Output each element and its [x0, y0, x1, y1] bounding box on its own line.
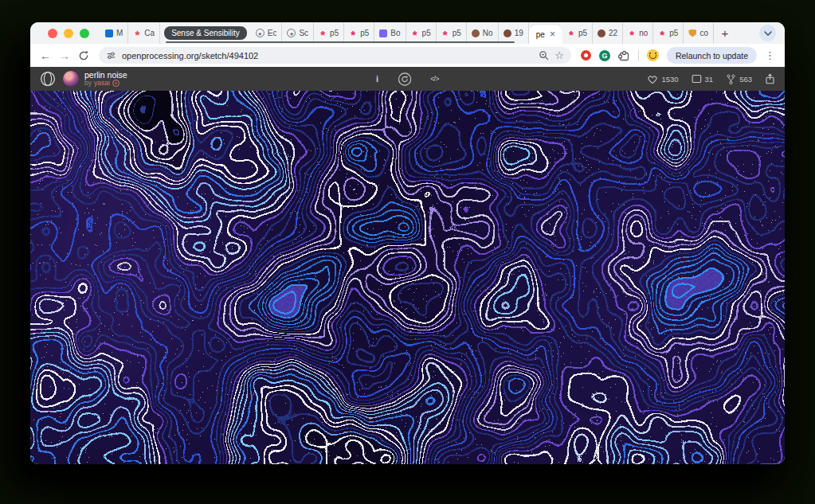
extensions-puzzle-icon[interactable]	[618, 49, 630, 61]
tab-label: p5	[360, 29, 369, 37]
info-icon[interactable]: i	[376, 74, 378, 84]
close-icon[interactable]: ×	[550, 30, 555, 38]
zoom-icon[interactable]	[539, 50, 549, 61]
extension-adblock-icon[interactable]	[581, 50, 591, 61]
tab-outlook[interactable]: M	[100, 22, 128, 44]
tab-label: 19	[515, 29, 523, 37]
tab-p5-5-favicon: *	[567, 29, 575, 37]
tab-label: Ca	[144, 29, 155, 37]
browser-menu-icon[interactable]: ⋮	[765, 49, 775, 61]
tab-noise-favicon	[472, 29, 480, 37]
tab-label: no	[639, 29, 648, 37]
tab-noise[interactable]: No	[467, 22, 499, 44]
browser-toolbar: ← → openprocessing.org/sketch/494102	[30, 44, 785, 67]
tab-canvas[interactable]: *Ca	[128, 22, 160, 44]
tab-label: M	[116, 29, 123, 37]
share-icon[interactable]	[765, 73, 775, 84]
tab-search-button[interactable]	[759, 25, 776, 41]
follow-plus-icon[interactable]: +	[112, 80, 120, 87]
author-avatar[interactable]	[63, 71, 79, 87]
tab-co-favicon	[688, 29, 696, 37]
tab-p5-1[interactable]: *p5	[314, 22, 344, 44]
tab-p5-5[interactable]: *p5	[562, 22, 593, 44]
browser-window: M*CaSense & Sensibility*Ec*Sc*p5*p5Bo*p5…	[30, 22, 785, 464]
tab-group-label[interactable]: Sense & Sensibility	[164, 26, 247, 40]
tab-book[interactable]: Bo	[374, 22, 406, 44]
tab-p5-3-favicon: *	[411, 29, 419, 37]
tab-outlook-favicon	[105, 29, 113, 37]
forks-stat[interactable]: 563	[726, 74, 752, 84]
sketch-controls: i </>	[376, 67, 439, 91]
new-tab-button[interactable]: +	[717, 25, 733, 41]
extension-grammarly-icon[interactable]: G	[599, 50, 610, 61]
back-button[interactable]: ←	[40, 50, 51, 61]
traffic-lights	[48, 29, 89, 38]
tab-p5-4-favicon: *	[441, 29, 449, 37]
tab-canvas-favicon: *	[133, 29, 141, 37]
byline-prefix: by	[84, 80, 92, 87]
tab-list: M*CaSense & Sensibility*Ec*Sc*p5*p5Bo*p5…	[100, 22, 714, 44]
url-text[interactable]: openprocessing.org/sketch/494102	[122, 51, 533, 61]
reload-button[interactable]	[78, 50, 89, 61]
close-window-button[interactable]	[48, 29, 57, 38]
likes-count: 1530	[661, 75, 678, 84]
forks-count: 563	[739, 75, 752, 84]
tab-book-favicon	[379, 29, 387, 37]
comment-icon	[692, 74, 702, 84]
tab-label: p5	[669, 29, 678, 37]
relaunch-to-update-button[interactable]: Relaunch to update	[667, 47, 757, 64]
minimize-window-button[interactable]	[64, 29, 73, 38]
tab-label: pe	[536, 30, 545, 39]
tab-label: p5	[422, 29, 431, 37]
code-icon[interactable]: </>	[430, 75, 439, 83]
tab-sketch[interactable]: *Sc	[282, 22, 314, 44]
sketch-title-block: perlin noise by yasai +	[84, 71, 127, 87]
comments-stat[interactable]: 31	[692, 74, 714, 84]
profile-avatar[interactable]	[647, 49, 659, 61]
tab-label: 22	[609, 29, 617, 37]
tab-p5-4[interactable]: *p5	[437, 22, 467, 44]
restart-sketch-icon[interactable]	[398, 72, 411, 86]
bookmark-star-icon[interactable]: ☆	[554, 50, 564, 61]
forward-button[interactable]: →	[59, 50, 70, 61]
tab-label: p5	[578, 29, 587, 37]
tab-co[interactable]: co	[684, 22, 714, 44]
tab-p5-2[interactable]: *p5	[344, 22, 374, 44]
toolbar-divider	[638, 50, 639, 61]
tab-sketch-favicon: *	[287, 29, 296, 37]
tab-p5-2-favicon: *	[349, 29, 357, 37]
sketch-header: perlin noise by yasai + i </>	[30, 67, 785, 91]
tab-label: No	[483, 29, 493, 37]
tab-label: p5	[453, 29, 461, 37]
comments-count: 31	[705, 75, 714, 84]
tab-label: Sc	[299, 29, 308, 37]
tab-label: co	[699, 29, 708, 37]
tab-editor[interactable]: *Ec	[251, 22, 283, 44]
tab-19[interactable]: 19	[499, 22, 529, 44]
likes-stat[interactable]: 1530	[647, 74, 678, 84]
author-link[interactable]: yasai	[94, 80, 110, 87]
tab-p5-6[interactable]: *p5	[653, 22, 684, 44]
tab-label: Bo	[390, 29, 400, 37]
maximize-window-button[interactable]	[80, 29, 89, 38]
fork-icon	[726, 74, 736, 84]
tab-strip: M*CaSense & Sensibility*Ec*Sc*p5*p5Bo*p5…	[30, 22, 785, 44]
tab-label: Ec	[268, 29, 277, 37]
heart-icon	[647, 74, 658, 84]
site-settings-icon[interactable]	[106, 50, 116, 61]
sketch-canvas[interactable]	[30, 91, 785, 464]
openprocessing-logo[interactable]	[40, 71, 56, 87]
tab-no[interactable]: *no	[623, 22, 653, 44]
tab-p5-3[interactable]: *p5	[406, 22, 437, 44]
tab-19-favicon	[503, 29, 511, 37]
tab-p5-6-favicon: *	[658, 29, 666, 37]
tab-p5-1-favicon: *	[319, 29, 327, 37]
address-bar[interactable]: openprocessing.org/sketch/494102 ☆	[99, 47, 571, 64]
tab-22[interactable]: 22	[593, 22, 623, 44]
tab-no-favicon: *	[628, 29, 636, 37]
desktop-background: M*CaSense & Sensibility*Ec*Sc*p5*p5Bo*p5…	[0, 0, 815, 504]
tab-perlin-noise[interactable]: pe×	[529, 25, 562, 44]
sketch-stats: 1530 31 563	[647, 73, 775, 84]
tab-editor-favicon: *	[256, 29, 264, 37]
tab-22-favicon	[598, 29, 605, 37]
